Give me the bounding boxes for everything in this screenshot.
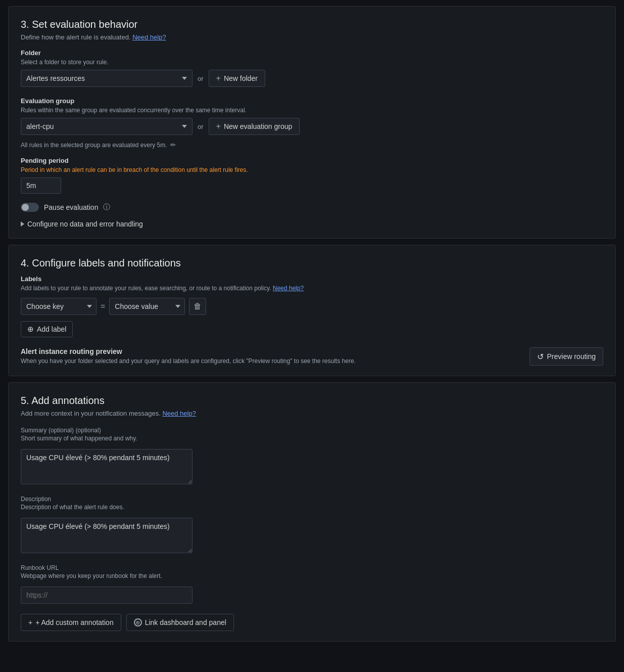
labels-desc: Add labels to your rule to annotate your…: [21, 285, 603, 292]
routing-preview-row: Alert instance routing preview When you …: [21, 347, 603, 366]
info-icon[interactable]: ⓘ: [103, 203, 110, 212]
eval-group-select[interactable]: alert-cpu: [21, 118, 193, 135]
labels-row: Choose key = Choose value 🗑: [21, 298, 603, 315]
runbook-desc: Webpage where you keep your runbook for …: [21, 572, 603, 579]
section-3-need-help[interactable]: Need help?: [132, 33, 166, 41]
trash-icon: 🗑: [194, 302, 202, 311]
description-label: Description: [21, 495, 603, 503]
pause-evaluation-row: Pause evaluation ⓘ: [21, 203, 603, 212]
section-4: 4. Configure labels and notifications La…: [8, 245, 616, 376]
section-5-title: 5. Add annotations: [21, 395, 603, 407]
eval-group-or: or: [198, 123, 204, 130]
section-4-title: 4. Configure labels and notifications: [21, 257, 603, 269]
new-evaluation-group-button[interactable]: + New evaluation group: [209, 118, 300, 135]
folder-select[interactable]: Alertes ressources: [21, 70, 193, 87]
labels-need-help[interactable]: Need help?: [273, 285, 304, 292]
new-folder-button[interactable]: + New folder: [209, 70, 265, 87]
pause-evaluation-toggle[interactable]: [21, 203, 39, 212]
folder-row: Alertes ressources or + New folder: [21, 70, 603, 87]
plus-icon-3: +: [28, 618, 32, 626]
pause-evaluation-label: Pause evaluation: [44, 203, 98, 211]
folder-desc: Select a folder to store your rule.: [21, 59, 603, 66]
routing-left: Alert instance routing preview When you …: [21, 347, 356, 365]
link-icon: ⊕: [134, 618, 142, 626]
plus-icon-2: +: [216, 122, 221, 131]
add-label-button[interactable]: ⊕ Add label: [21, 321, 73, 337]
description-desc: Description of what the alert rule does.: [21, 504, 603, 511]
edit-icon[interactable]: ✏: [170, 141, 176, 149]
section-3-subtitle: Define how the alert rule is evaluated. …: [21, 33, 603, 41]
section-5-subtitle: Add more context in your notification me…: [21, 410, 603, 417]
section-3-title: 3. Set evaluation behavior: [21, 19, 603, 30]
equals-sign: =: [101, 302, 105, 311]
eval-group-label: Evaluation group: [21, 97, 603, 105]
label-key-select[interactable]: Choose key: [21, 298, 97, 315]
labels-label: Labels: [21, 275, 603, 283]
pending-period-input[interactable]: [21, 177, 61, 194]
evaluated-text-row: All rules in the selected group are eval…: [21, 141, 603, 149]
runbook-label: Runbook URL: [21, 564, 603, 571]
circle-plus-icon: ⊕: [27, 325, 34, 334]
section-5-need-help[interactable]: Need help?: [162, 410, 196, 417]
routing-desc: When you have your folder selected and y…: [21, 357, 356, 365]
section-3: 3. Set evaluation behavior Define how th…: [8, 6, 616, 239]
summary-label: Summary (optional) (optional): [21, 426, 603, 434]
routing-title: Alert instance routing preview: [21, 347, 356, 355]
toggle-knob: [22, 204, 29, 211]
chevron-right-icon: [21, 221, 24, 227]
preview-routing-button[interactable]: ↺ Preview routing: [530, 347, 604, 366]
delete-label-button[interactable]: 🗑: [189, 298, 206, 315]
pending-period-desc: Period in which an alert rule can be in …: [21, 166, 603, 173]
folder-or: or: [198, 75, 204, 82]
summary-textarea[interactable]: Usage CPU élevé (> 80% pendant 5 minutes…: [21, 449, 193, 484]
refresh-icon: ↺: [537, 352, 544, 362]
eval-group-desc: Rules within the same group are evaluate…: [21, 107, 603, 114]
configure-no-data-row[interactable]: Configure no data and error handling: [21, 220, 603, 228]
folder-label: Folder: [21, 49, 603, 57]
plus-icon: +: [216, 74, 221, 83]
link-dashboard-panel-button[interactable]: ⊕ Link dashboard and panel: [126, 614, 234, 631]
description-textarea[interactable]: Usage CPU élevé (> 80% pendant 5 minutes…: [21, 518, 193, 553]
evaluated-text: All rules in the selected group are eval…: [21, 142, 167, 149]
add-custom-annotation-button[interactable]: + + Add custom annotation: [21, 614, 121, 631]
runbook-input[interactable]: [21, 587, 193, 604]
label-value-select[interactable]: Choose value: [109, 298, 185, 315]
configure-no-data-label: Configure no data and error handling: [27, 220, 143, 228]
section-5: 5. Add annotations Add more context in y…: [8, 382, 616, 642]
summary-desc: Short summary of what happened and why.: [21, 435, 603, 442]
pending-period-label: Pending period: [21, 157, 603, 164]
eval-group-row: alert-cpu or + New evaluation group: [21, 118, 603, 135]
bottom-buttons: + + Add custom annotation ⊕ Link dashboa…: [21, 614, 603, 631]
